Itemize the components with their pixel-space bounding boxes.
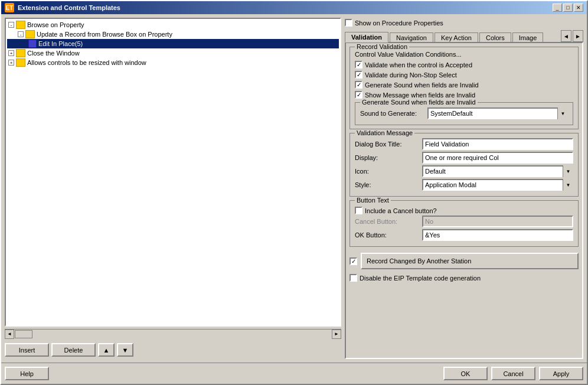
help-button[interactable]: Help <box>5 367 49 380</box>
tree-item-close[interactable]: + Close the Window <box>7 48 339 58</box>
show-on-procedure-label: Show on Procedure Properties <box>355 19 443 27</box>
close-button[interactable]: ✕ <box>574 4 583 12</box>
app-icon: ET <box>5 3 14 12</box>
expand-close[interactable]: + <box>8 50 14 56</box>
generate-sound-checkbox[interactable] <box>355 81 362 89</box>
record-changed-checkbox[interactable] <box>349 257 357 265</box>
cancel-button-label: Cancel Button: <box>355 218 420 225</box>
insert-button[interactable]: Insert <box>5 343 49 357</box>
tree-label-allows: Allows controls to be resized with windo… <box>27 59 146 66</box>
validate-accepted-label: Validate when the control is Accepted <box>365 61 472 68</box>
style-select-wrapper: Application Modal System Modal None ▼ <box>422 179 573 191</box>
generate-sound-row: Generate Sound when fields are Invalid <box>355 80 573 90</box>
titlebar: ET Extension and Control Templates _ □ ✕ <box>1 1 587 14</box>
tab-key-action[interactable]: Key Action <box>435 32 478 43</box>
tree-label-browse: Browse on Property <box>27 21 84 28</box>
icon-row: Icon: Default Information Warning Error … <box>355 165 573 177</box>
show-on-procedure-checkbox[interactable] <box>345 19 352 27</box>
folder-icon-close <box>16 49 25 57</box>
validate-accepted-row: Validate when the control is Accepted <box>355 60 573 70</box>
button-text-title: Button Text <box>355 197 391 204</box>
ok-button[interactable]: OK <box>443 367 488 380</box>
sound-label: Sound to Generate: <box>360 110 425 117</box>
tabs-container: Validation Navigation Key Action Colors … <box>345 30 583 359</box>
generate-sound-subgroup: Generate Sound when fields are Invalid S… <box>355 102 573 125</box>
tree-item-editinplace[interactable]: Edit In Place(5) <box>7 39 339 48</box>
tree-item-update[interactable]: - Update a Record from Browse Box on Pro… <box>7 30 339 39</box>
disable-eip-label: Disable the EIP Template code generation <box>360 275 481 282</box>
tab-image[interactable]: Image <box>512 32 544 43</box>
sound-to-generate-row: Sound to Generate: SystemDefault Beep As… <box>360 107 568 119</box>
disable-eip-row: Disable the EIP Template code generation <box>349 272 579 284</box>
icon-select[interactable]: Default Information Warning Error <box>422 165 573 177</box>
style-row: Style: Application Modal System Modal No… <box>355 179 573 191</box>
apply-button[interactable]: Apply <box>539 367 583 380</box>
expand-update[interactable]: - <box>18 31 24 37</box>
ok-button-row: OK Button: <box>355 229 573 241</box>
include-cancel-row: Include a Cancel button? <box>355 205 573 216</box>
cancel-button-input <box>422 216 573 227</box>
tree-item-browse[interactable]: - Browse on Property <box>7 20 339 30</box>
dialog-box-title-row: Dialog Box Title: <box>355 138 573 150</box>
validate-nonstop-label: Validate during Non-Stop Select <box>365 71 457 79</box>
scroll-thumb[interactable] <box>15 330 32 338</box>
right-panel: Show on Procedure Properties Validation … <box>345 18 583 359</box>
show-on-procedure-row: Show on Procedure Properties <box>345 18 583 28</box>
tab-content-validation: Record Validation Control Value Validati… <box>345 42 583 359</box>
generate-sound-subgroup-title: Generate Sound when fields are Invalid <box>360 99 478 106</box>
horizontal-scrollbar[interactable]: ◄ ► <box>5 329 341 338</box>
up-arrow-icon: ▲ <box>103 347 110 354</box>
dialog-box-title-input[interactable] <box>422 138 573 150</box>
validate-accepted-checkbox[interactable] <box>355 61 362 68</box>
folder-icon-browse <box>16 21 25 29</box>
bottom-bar: Help OK Cancel Apply <box>1 363 587 384</box>
tabs-header: Validation Navigation Key Action Colors … <box>345 30 583 42</box>
tree-item-allows[interactable]: + Allows controls to be resized with win… <box>7 58 339 67</box>
tab-next-arrow[interactable]: ► <box>573 30 583 42</box>
minimize-button[interactable]: _ <box>553 4 562 12</box>
style-select[interactable]: Application Modal System Modal None <box>422 179 573 191</box>
disable-eip-checkbox[interactable] <box>349 274 357 282</box>
scroll-right-btn[interactable]: ► <box>332 329 341 339</box>
show-message-checkbox[interactable] <box>355 91 362 99</box>
record-changed-button[interactable]: Record Changed By Another Station <box>361 253 579 269</box>
button-text-group: Button Text Include a Cancel button? Can… <box>349 200 579 247</box>
expand-allows[interactable]: + <box>8 60 14 66</box>
dialog-box-title-label: Dialog Box Title: <box>355 141 420 148</box>
delete-button[interactable]: Delete <box>51 343 96 357</box>
validate-nonstop-checkbox[interactable] <box>355 71 362 79</box>
record-changed-row: Record Changed By Another Station <box>349 250 579 272</box>
scroll-left-btn[interactable]: ◄ <box>5 329 14 339</box>
sound-select[interactable]: SystemDefault Beep Asterisk <box>427 107 568 119</box>
expand-browse[interactable]: - <box>8 22 14 28</box>
ok-button-label: OK Button: <box>355 231 420 239</box>
move-up-button[interactable]: ▲ <box>98 343 115 357</box>
icon-label: Icon: <box>355 168 420 175</box>
tab-colors[interactable]: Colors <box>479 32 511 43</box>
include-cancel-checkbox[interactable] <box>355 207 362 214</box>
tab-nav-arrows: ◄ ► <box>561 30 583 42</box>
show-message-label: Show Message when fields are Invalid <box>365 92 475 99</box>
display-label: Display: <box>355 154 420 161</box>
doc-icon-editinplace <box>28 40 37 48</box>
generate-sound-label: Generate Sound when fields are Invalid <box>365 81 479 89</box>
tree-label-close: Close the Window <box>27 50 80 57</box>
validation-subtitle: Control Value Validation Conditions... <box>355 51 573 58</box>
window-title: Extension and Control Templates <box>18 4 120 11</box>
folder-icon-update <box>25 30 35 38</box>
bottom-right: OK Cancel Apply <box>443 367 583 380</box>
cancel-button-row: Cancel Button: <box>355 216 573 227</box>
folder-icon-allows <box>16 58 25 67</box>
tree-container[interactable]: - Browse on Property - Update a Record f… <box>5 18 341 327</box>
tab-prev-arrow[interactable]: ◄ <box>561 30 571 42</box>
display-input[interactable] <box>422 152 573 164</box>
maximize-button[interactable]: □ <box>563 4 573 12</box>
icon-select-wrapper: Default Information Warning Error ▼ <box>422 165 573 177</box>
bottom-left: Help <box>5 367 49 380</box>
ok-button-input[interactable] <box>422 229 573 241</box>
cancel-button[interactable]: Cancel <box>491 367 535 380</box>
tab-validation[interactable]: Validation <box>345 32 388 43</box>
tab-navigation[interactable]: Navigation <box>390 32 433 43</box>
style-label: Style: <box>355 181 420 188</box>
move-down-button[interactable]: ▼ <box>117 343 133 357</box>
